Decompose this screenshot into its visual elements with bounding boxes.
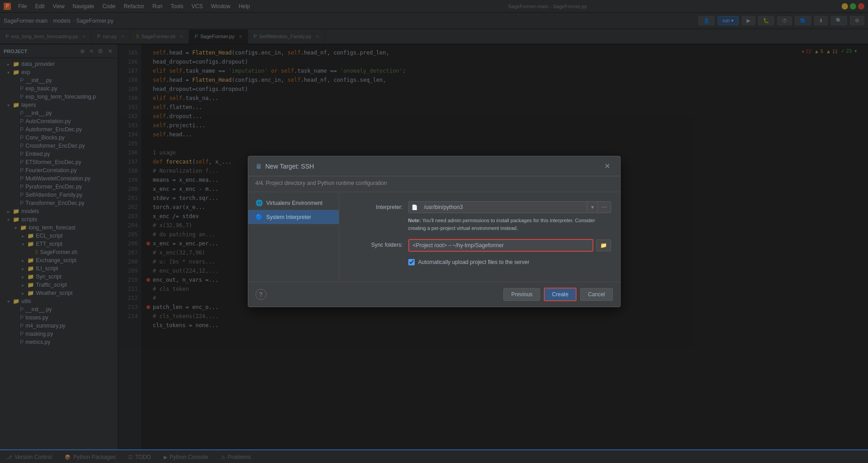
dialog-body: 🌐 Virtualenv Environment 🔵 System Interp… — [248, 192, 620, 282]
dialog-footer: ? Previous Create Cancel — [248, 282, 620, 307]
help-button[interactable]: ? — [256, 289, 266, 300]
dialog-sidebar-virtualenv[interactable]: 🌐 Virtualenv Environment — [248, 196, 339, 210]
interpreter-control: 📄 /usr/bin/python3 ▾ ⋯ Note: You'll need… — [408, 201, 611, 232]
dialog-overlay: 🖥 New Target: SSH ✕ 4/4. Project directo… — [0, 0, 868, 463]
sync-folders-input[interactable] — [408, 239, 593, 252]
interpreter-input-row: 📄 /usr/bin/python3 ▾ ⋯ — [408, 201, 611, 213]
dialog-sidebar-system-interpreter[interactable]: 🔵 System Interpreter — [248, 210, 339, 224]
interpreter-label: Interpreter: — [348, 201, 403, 210]
cancel-button[interactable]: Cancel — [580, 288, 612, 301]
system-interpreter-icon: 🔵 — [256, 214, 263, 220]
auto-upload-checkbox-row: Automatically upload project files to th… — [408, 259, 611, 265]
auto-upload-control: Automatically upload project files to th… — [408, 259, 611, 265]
interpreter-more-button[interactable]: ⋯ — [597, 202, 611, 213]
interpreter-value: /usr/bin/python3 — [421, 202, 587, 213]
dialog-form: Interpreter: 📄 /usr/bin/python3 ▾ ⋯ — [339, 192, 620, 282]
interpreter-dropdown-arrow[interactable]: ▾ — [587, 202, 597, 213]
sync-folders-browse-button[interactable]: 📁 — [596, 239, 611, 251]
dialog-title: New Target: SSH — [266, 163, 598, 170]
sync-folders-control: 📁 — [408, 239, 611, 252]
new-target-dialog: 🖥 New Target: SSH ✕ 4/4. Project directo… — [248, 156, 621, 307]
previous-button[interactable]: Previous — [503, 288, 540, 301]
dialog-sidebar-virtualenv-label: Virtualenv Environment — [266, 200, 323, 206]
interpreter-note: Note: You'll need admin permissions to i… — [408, 217, 611, 232]
interpreter-row: Interpreter: 📄 /usr/bin/python3 ▾ ⋯ — [348, 201, 611, 232]
sync-folders-input-row: 📁 — [408, 239, 611, 252]
ssh-icon: 🖥 — [256, 163, 262, 170]
virtualenv-icon: 🌐 — [256, 199, 263, 206]
create-button[interactable]: Create — [544, 288, 577, 301]
dialog-close-button[interactable]: ✕ — [602, 161, 613, 171]
sync-folders-row: Sync folders: 📁 — [348, 239, 611, 252]
dialog-sidebar: 🌐 Virtualenv Environment 🔵 System Interp… — [248, 192, 339, 282]
auto-upload-checkbox[interactable] — [408, 259, 415, 265]
python-file-icon: 📄 — [411, 204, 418, 210]
sync-folders-label: Sync folders: — [348, 239, 403, 248]
auto-upload-label: Automatically upload project files to th… — [418, 259, 530, 265]
dialog-title-bar: 🖥 New Target: SSH ✕ — [248, 156, 620, 176]
interpreter-dropdown[interactable]: 📄 /usr/bin/python3 ▾ ⋯ — [408, 201, 611, 213]
auto-upload-row: Automatically upload project files to th… — [348, 259, 611, 265]
dialog-step-label: 4/4. Project directory and Python runtim… — [248, 176, 620, 192]
dialog-sidebar-system-label: System Interpreter — [266, 214, 311, 220]
